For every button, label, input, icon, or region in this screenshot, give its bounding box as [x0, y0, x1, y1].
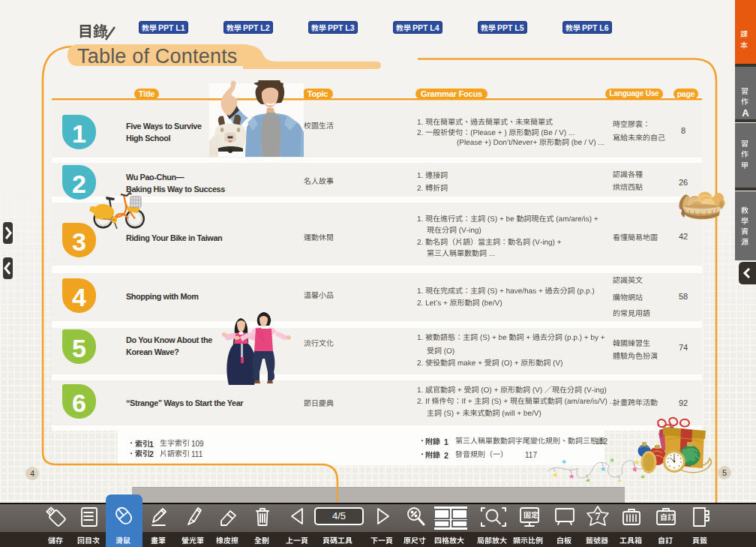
svg-text:7: 7: [595, 510, 601, 522]
